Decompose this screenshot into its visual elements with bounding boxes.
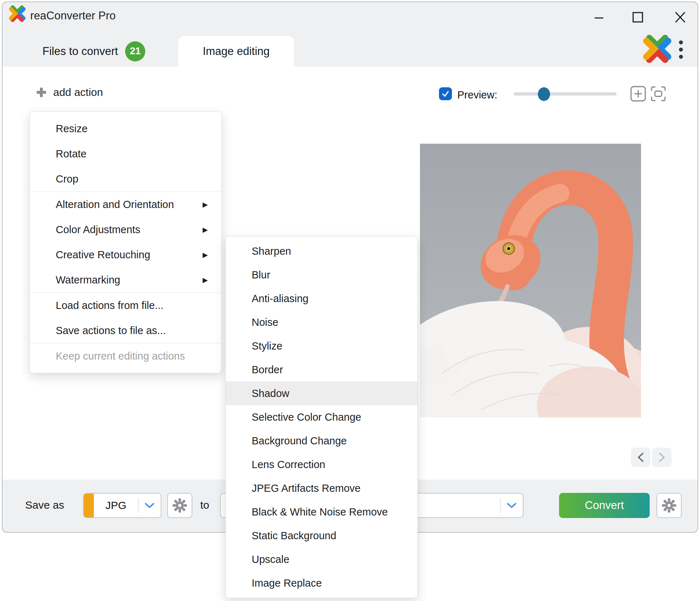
submenu-item-blur[interactable]: Blur xyxy=(226,263,417,287)
overflow-menu-icon[interactable] xyxy=(677,39,685,62)
menu-item-save-actions[interactable]: Save actions to file as... xyxy=(30,318,221,343)
minimize-button[interactable] xyxy=(593,13,605,23)
window-title: reaConverter Pro xyxy=(30,9,116,22)
preview-image-flamingo xyxy=(420,144,641,417)
check-icon xyxy=(441,89,450,98)
app-logo-icon xyxy=(8,4,27,23)
chevron-down-icon xyxy=(506,502,517,509)
convert-label: Convert xyxy=(585,499,624,512)
submenu-item-border[interactable]: Border xyxy=(226,358,417,382)
save-as-label: Save as xyxy=(25,499,64,511)
menu-item-color-adjustments[interactable]: Color Adjustments▶ xyxy=(30,217,221,242)
format-color-stripe xyxy=(84,494,94,517)
to-label: to xyxy=(200,499,209,511)
menu-item-alteration-orientation[interactable]: Alteration and Orientation▶ xyxy=(30,192,221,217)
chevron-left-icon xyxy=(636,452,645,463)
convert-button[interactable]: Convert xyxy=(559,493,650,518)
zoom-plus-icon[interactable] xyxy=(630,85,646,102)
close-button[interactable] xyxy=(673,11,687,24)
submenu-item-upscale[interactable]: Upscale xyxy=(226,547,417,571)
submenu-item-lens-correction[interactable]: Lens Correction xyxy=(226,453,417,476)
preview-zoom-slider[interactable] xyxy=(514,92,617,96)
add-action-label: add action xyxy=(53,86,103,98)
retouching-submenu: Sharpen Blur Anti-aliasing Noise Stylize… xyxy=(225,236,418,598)
submenu-item-image-replace[interactable]: Image Replace xyxy=(226,571,417,595)
submenu-arrow-icon: ▶ xyxy=(202,200,208,209)
submenu-item-shadow[interactable]: Shadow xyxy=(226,382,417,405)
preview-checkbox[interactable] xyxy=(439,87,452,100)
tab-files-to-convert[interactable]: Files to convert 21 xyxy=(42,36,145,66)
chevron-right-icon xyxy=(657,452,667,463)
submenu-arrow-icon: ▶ xyxy=(202,251,208,259)
chevron-down-icon xyxy=(144,502,155,509)
submenu-item-sharpen[interactable]: Sharpen xyxy=(226,239,417,263)
files-count-badge: 21 xyxy=(125,41,145,61)
menu-item-crop[interactable]: Crop xyxy=(30,166,221,191)
menu-item-load-actions[interactable]: Load actions from file... xyxy=(30,293,221,318)
add-action-menu: Resize Rotate Crop Alteration and Orient… xyxy=(29,111,222,373)
format-settings-button[interactable] xyxy=(167,493,192,518)
submenu-item-anti-aliasing[interactable]: Anti-aliasing xyxy=(226,287,417,310)
format-value: JPG xyxy=(94,499,138,512)
submenu-arrow-icon: ▶ xyxy=(202,276,208,284)
submenu-item-static-background[interactable]: Static Background xyxy=(226,524,417,547)
tab-image-editing-label: Image editing xyxy=(203,45,270,58)
gear-icon xyxy=(173,498,187,513)
format-dropdown-button[interactable] xyxy=(138,502,161,509)
menu-item-watermarking[interactable]: Watermarking▶ xyxy=(30,267,221,292)
submenu-item-jpeg-artifacts-remove[interactable]: JPEG Artifacts Remove xyxy=(226,476,417,500)
add-action-button[interactable]: add action xyxy=(36,86,103,98)
submenu-item-stylize[interactable]: Stylize xyxy=(226,334,417,358)
menu-item-resize[interactable]: Resize xyxy=(30,116,221,141)
destination-dropdown-button[interactable] xyxy=(500,502,523,509)
app-logo-large-icon xyxy=(641,33,674,65)
menu-item-creative-retouching[interactable]: Creative Retouching▶ xyxy=(30,242,221,267)
next-image-button[interactable] xyxy=(652,448,672,467)
plus-icon xyxy=(36,87,47,98)
fullscreen-icon[interactable] xyxy=(650,85,667,102)
submenu-item-background-change[interactable]: Background Change xyxy=(226,429,417,453)
previous-image-button[interactable] xyxy=(631,448,650,467)
preview-label: Preview: xyxy=(457,89,497,101)
gear-icon xyxy=(662,498,676,513)
submenu-arrow-icon: ▶ xyxy=(202,226,208,234)
maximize-button[interactable] xyxy=(631,11,644,24)
submenu-item-bw-noise-remove[interactable]: Black & White Noise Remove xyxy=(226,500,417,524)
convert-settings-button[interactable] xyxy=(656,493,682,518)
submenu-item-selective-color-change[interactable]: Selective Color Change xyxy=(226,405,417,429)
format-select[interactable]: JPG xyxy=(83,493,161,518)
menu-item-keep-current-actions: Keep current editing actions xyxy=(30,343,221,369)
tab-files-to-convert-label: Files to convert xyxy=(42,45,118,58)
submenu-item-noise[interactable]: Noise xyxy=(226,310,417,334)
tab-image-editing[interactable]: Image editing xyxy=(178,36,294,67)
preview-zoom-slider-thumb[interactable] xyxy=(538,87,550,101)
menu-item-rotate[interactable]: Rotate xyxy=(30,141,221,166)
